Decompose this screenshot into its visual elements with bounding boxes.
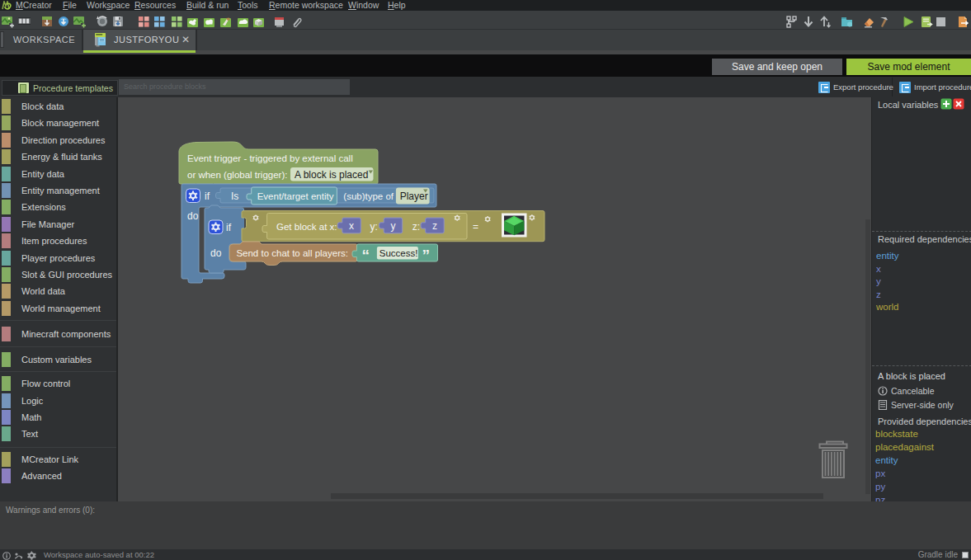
svg-text:x: x xyxy=(349,220,354,232)
svg-text:z: z xyxy=(432,220,437,232)
svg-text:=: = xyxy=(473,221,478,233)
svg-text:Is: Is xyxy=(231,191,238,202)
svg-text:z:: z: xyxy=(412,221,420,233)
svg-text:do: do xyxy=(187,210,199,222)
svg-text:y: y xyxy=(390,220,395,232)
svg-text:Send to chat to all players:: Send to chat to all players: xyxy=(236,248,348,258)
svg-text:if: if xyxy=(226,222,232,233)
svg-text:A block is placed: A block is placed xyxy=(295,169,368,181)
svg-text:if: if xyxy=(205,191,210,202)
svg-text:y:: y: xyxy=(370,221,377,233)
svg-text:“: “ xyxy=(362,247,370,264)
svg-text:Event/target entity: Event/target entity xyxy=(257,191,334,201)
svg-text:do: do xyxy=(210,247,222,259)
svg-text:Success!: Success! xyxy=(379,248,418,258)
svg-text:or when (global trigger):: or when (global trigger): xyxy=(187,170,287,180)
svg-text:Player: Player xyxy=(400,191,428,202)
svg-text:Get block at x:: Get block at x: xyxy=(276,222,337,232)
svg-text:”: ” xyxy=(422,247,431,264)
svg-text:Event trigger - triggered by e: Event trigger - triggered by external ca… xyxy=(187,153,353,163)
svg-text:(sub)type of: (sub)type of xyxy=(343,191,394,201)
